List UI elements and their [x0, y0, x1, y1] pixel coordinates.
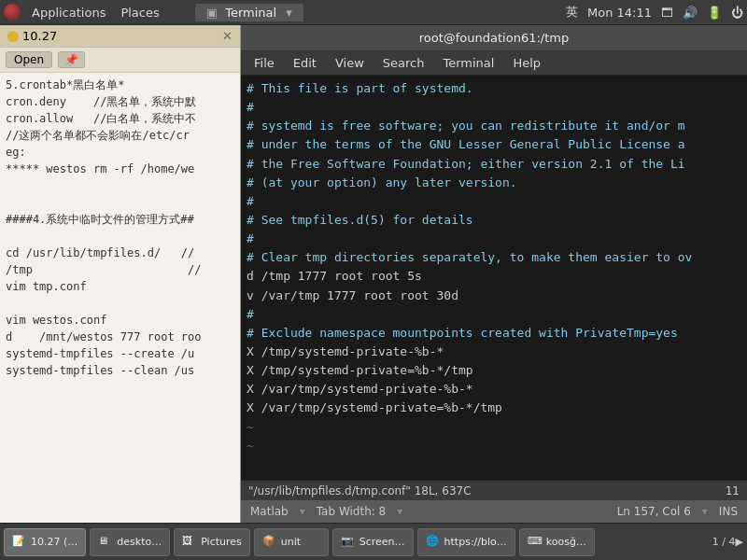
term-line-12: v /var/tmp 1777 root root 30d [247, 287, 741, 305]
close-left-panel[interactable]: ✕ [222, 29, 233, 43]
terminal-taskbar-item[interactable]: ▣ Terminal ▾ [195, 4, 303, 21]
term-line-16: X /tmp/systemd-private=%b-*/tmp [247, 361, 741, 380]
menu-terminal[interactable]: Terminal [435, 54, 501, 72]
left-panel: 10.27 ✕ Open 📌 5.crontab*黑白名单* cron.deny… [0, 25, 241, 523]
left-panel-content[interactable]: 5.crontab*黑白名单* cron.deny //黑名单，系统中默 cro… [0, 73, 240, 523]
tab-indicator [7, 31, 19, 42]
taskbar-right: 1 / 4▶ [712, 536, 743, 548]
term-line-6: # (at your option) any later version. [247, 174, 741, 192]
taskbar-item-3[interactable]: 🖼 Pictures [174, 528, 250, 556]
term-line-2: # [247, 98, 741, 117]
term-line-13: # [247, 305, 741, 324]
taskbar-item-5[interactable]: 📷 Screen… [332, 528, 414, 556]
taskbar-icon-2: 🖥 [98, 535, 113, 550]
main-area: 10.27 ✕ Open 📌 5.crontab*黑白名单* cron.deny… [0, 25, 747, 523]
taskbar-label-2: desktо… [117, 536, 162, 548]
vim-line-count: 11 [726, 484, 740, 497]
matlab-label[interactable]: Matlab [250, 505, 289, 518]
taskbar-item-4[interactable]: 📦 unit [254, 528, 329, 556]
topbar-right: 英 Mon 14:11 🗔 🔊 🔋 ⏻ [566, 4, 743, 21]
term-line-14: # Exclude namespace mountpoints created … [247, 324, 741, 343]
menu-file[interactable]: File [247, 54, 282, 72]
taskbar-item-6[interactable]: 🌐 https://blo… [417, 528, 515, 556]
taskbar-icon-4: 📦 [262, 535, 277, 550]
open-button[interactable]: Open [6, 51, 52, 68]
taskbar-icon-1: 📝 [12, 535, 27, 550]
taskbar-label-1: 10.27 (… [31, 536, 78, 548]
taskbar-icon-6: 🌐 [426, 535, 441, 550]
terminal-menubar: File Edit View Search Terminal Help [241, 51, 747, 76]
right-panel: root@foundation61:/tmp File Edit View Se… [241, 25, 747, 523]
taskbar-item-1[interactable]: 📝 10.27 (… [4, 528, 86, 556]
term-line-4: # under the terms of the GNU Lesser Gene… [247, 135, 741, 154]
term-line-11: d /tmp 1777 root root 5s [247, 267, 741, 286]
topbar: Applications Places ▣ Terminal ▾ 英 Mon 1… [0, 0, 747, 25]
vim-status-row: Matlab ▾ Tab Width: 8 ▾ Ln 157, Col 6 ▾ … [241, 500, 747, 523]
clock: Mon 14:11 [587, 6, 652, 20]
term-line-20: ~ [247, 437, 741, 455]
term-line-8: # See tmpfiles.d(5) for details [247, 211, 741, 230]
taskbar-icon-7: ⌨ [528, 535, 543, 550]
taskbar-label-7: koosğ… [546, 536, 586, 548]
term-line-18: X /var/tmp/systemd-private=%b-*/tmp [247, 399, 741, 417]
applications-menu[interactable]: Applications [24, 4, 113, 21]
term-line-17: X /var/tmp/systemd-private-%b-* [247, 380, 741, 399]
taskbar-label-3: Pictures [201, 536, 242, 548]
term-line-9: # [247, 230, 741, 248]
terminal-titlebar: root@foundation61:/tmp [241, 25, 747, 51]
terminal-title-topbar: Terminal [225, 6, 276, 20]
ins-label: INS [719, 505, 738, 518]
terminal-icon: ▣ [206, 6, 218, 20]
term-line-3: # systemd is free software; you can redi… [247, 117, 741, 135]
taskbar-icon-5: 📷 [341, 535, 356, 550]
pin-button[interactable]: 📌 [58, 51, 85, 68]
tab-width-label[interactable]: Tab Width: 8 [317, 505, 386, 518]
terminal-vim-statusbar: "/usr/lib/tmpfiles.d/tmp.conf" 18L, 637C… [241, 480, 747, 500]
places-menu[interactable]: Places [113, 4, 166, 21]
power-icon[interactable]: ⏻ [731, 6, 743, 20]
menu-help[interactable]: Help [505, 54, 548, 72]
left-panel-header: 10.27 ✕ [0, 25, 240, 48]
sound-icon[interactable]: 🔊 [683, 6, 698, 20]
taskbar-label-4: unit [281, 536, 301, 548]
term-line-5: # the Free Software Foundation; either v… [247, 155, 741, 174]
page-indicator[interactable]: 1 / 4▶ [712, 536, 743, 548]
menu-search[interactable]: Search [375, 54, 432, 72]
ln-col-label: Ln 157, Col 6 [617, 505, 691, 518]
app-icon [4, 4, 21, 21]
taskbar-item-7[interactable]: ⌨ koosğ… [519, 528, 595, 556]
menu-edit[interactable]: Edit [286, 54, 324, 72]
vim-file-info: "/usr/lib/tmpfiles.d/tmp.conf" 18L, 637C [248, 484, 472, 497]
taskbar-label-5: Screen… [359, 536, 405, 548]
term-line-15: X /tmp/systemd-private-%b-* [247, 343, 741, 361]
term-line-10: # Clear tmp directories separately, to m… [247, 248, 741, 267]
term-line-19: ~ [247, 418, 741, 437]
menu-view[interactable]: View [328, 54, 372, 72]
window-icon[interactable]: 🗔 [661, 6, 673, 20]
terminal-content[interactable]: # This file is part of systemd. # # syst… [241, 76, 747, 480]
left-tab-title[interactable]: 10.27 [22, 29, 57, 43]
taskbar-icon-3: 🖼 [182, 535, 197, 550]
terminal-dropdown-icon[interactable]: ▾ [286, 6, 292, 20]
terminal-host-title: root@foundation61:/tmp [419, 31, 570, 45]
taskbar: 📝 10.27 (… 🖥 desktо… 🖼 Pictures 📦 unit 📷… [0, 523, 747, 560]
language-indicator[interactable]: 英 [566, 4, 578, 21]
term-line-1: # This file is part of systemd. [247, 79, 741, 98]
term-line-7: # [247, 192, 741, 211]
battery-icon[interactable]: 🔋 [707, 6, 722, 20]
taskbar-item-2[interactable]: 🖥 desktо… [90, 528, 170, 556]
taskbar-label-6: https://blo… [444, 536, 507, 548]
